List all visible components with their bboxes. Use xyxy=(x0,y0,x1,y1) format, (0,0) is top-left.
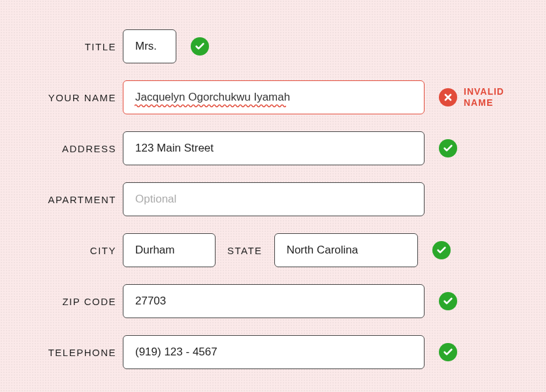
status-title xyxy=(191,37,269,56)
x-icon xyxy=(439,88,457,106)
row-city-state: CITY STATE xyxy=(26,233,520,268)
check-icon xyxy=(191,37,209,56)
city-input[interactable] xyxy=(123,233,216,267)
label-apartment: APARTMENT xyxy=(26,194,123,205)
label-telephone: TELEPHONE xyxy=(26,347,123,358)
zip-input[interactable] xyxy=(123,284,425,318)
address-form: TITLE YOUR NAME xyxy=(0,0,546,389)
row-name: YOUR NAME INVALID NAME xyxy=(26,80,520,115)
status-name: INVALID NAME xyxy=(439,86,517,108)
title-input[interactable] xyxy=(123,29,176,63)
status-address xyxy=(439,139,517,157)
row-address: ADDRESS xyxy=(26,131,520,166)
status-city-state xyxy=(432,241,511,259)
error-text-name: INVALID NAME xyxy=(464,86,517,108)
row-telephone: TELEPHONE xyxy=(26,335,520,370)
check-icon xyxy=(439,343,457,361)
apartment-input[interactable] xyxy=(123,182,425,216)
label-title: TITLE xyxy=(26,41,123,52)
label-zip: ZIP CODE xyxy=(26,296,123,307)
row-apartment: APARTMENT xyxy=(26,182,520,217)
name-input[interactable] xyxy=(123,80,425,114)
address-input[interactable] xyxy=(123,131,425,165)
telephone-input[interactable] xyxy=(123,335,425,369)
check-icon xyxy=(439,139,457,157)
check-icon xyxy=(432,241,451,259)
label-city: CITY xyxy=(26,245,123,256)
check-icon xyxy=(439,292,457,310)
status-zip xyxy=(439,292,517,310)
status-telephone xyxy=(439,343,517,361)
label-state: STATE xyxy=(227,245,263,256)
row-title: TITLE xyxy=(26,29,520,64)
row-zip: ZIP CODE xyxy=(26,284,520,319)
label-address: ADDRESS xyxy=(26,143,123,154)
label-name: YOUR NAME xyxy=(26,92,123,103)
state-input[interactable] xyxy=(274,233,418,267)
